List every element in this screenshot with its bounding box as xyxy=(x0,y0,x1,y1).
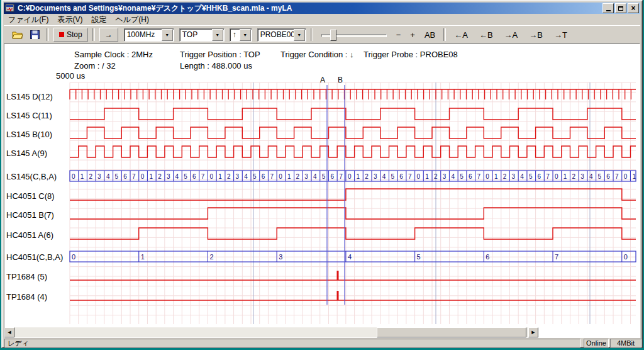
menu-item-3[interactable]: ヘルプ(H) xyxy=(111,13,153,26)
trigger-probe-value: PROBE00 xyxy=(258,30,294,39)
chevron-down-icon[interactable]: ▼ xyxy=(212,29,223,41)
app-window: C:¥Documents and Settings¥noname¥デスクトップ¥… xyxy=(1,0,643,348)
toolbar-separator xyxy=(443,28,446,41)
horizontal-scrollbar[interactable]: ◀ ▶ xyxy=(4,327,538,337)
maximize-button[interactable] xyxy=(615,3,626,13)
minimize-button[interactable] xyxy=(602,3,614,13)
time-scale-label: 5000 us xyxy=(56,71,85,81)
zoom-text: Zoom : / 32 xyxy=(74,61,116,71)
toolbar-separator xyxy=(92,28,95,41)
menu-item-0[interactable]: ファイル(F) xyxy=(4,13,53,26)
status-memory-badge: 4MBit xyxy=(610,339,641,347)
window-title: C:¥Documents and Settings¥noname¥デスクトップ¥… xyxy=(18,3,602,14)
jump-button-3[interactable]: →B xyxy=(525,28,547,42)
trigger-condition-text: Trigger Condition : ↓ xyxy=(280,50,354,59)
chevron-down-icon[interactable]: ▼ xyxy=(240,29,251,41)
stop-label: Stop xyxy=(67,30,82,39)
channel-label-ls145-d: LS145 D(12) xyxy=(6,92,53,101)
channel-label-tp1684-4: TP1684 (4) xyxy=(6,292,47,302)
sample-clock-select[interactable]: 100MHz ▼ xyxy=(124,28,174,42)
trigger-position-text: Trigger Position : TOP xyxy=(180,50,260,59)
channel-label-hc4051-c: HC4051 C(8) xyxy=(6,191,55,201)
close-button[interactable]: × xyxy=(628,3,639,13)
sample-clock-text: Sample Clock : 2MHz xyxy=(74,50,153,59)
trigger-edge-value: ↑ xyxy=(230,30,240,39)
app-icon xyxy=(5,4,15,13)
toolbar-separator xyxy=(311,28,313,41)
trigger-probe-select[interactable]: PROBE00 ▼ xyxy=(257,28,306,42)
scroll-thumb[interactable] xyxy=(377,327,526,337)
trigger-position-select[interactable]: TOP ▼ xyxy=(179,28,225,42)
slider-thumb[interactable] xyxy=(330,30,336,41)
save-button[interactable] xyxy=(27,28,42,42)
channel-label-tp1684-5: TP1684 (5) xyxy=(6,272,47,281)
toolbar: Stop → 100MHz ▼ TOP ▼ ↑ ▼ PROBE00 ▼ − + … xyxy=(4,25,640,43)
length-text: Length : 488.000 us xyxy=(180,61,252,71)
chevron-down-icon[interactable]: ▼ xyxy=(294,29,305,41)
status-bar: レディ Online 4MBit xyxy=(4,339,640,348)
waveform-panel xyxy=(4,43,640,338)
scroll-left-button[interactable]: ◀ xyxy=(4,327,14,337)
channel-label-hc4051-bus: HC4051(C,B,A) xyxy=(6,252,63,262)
window-controls: × xyxy=(602,3,639,13)
menu-bar: ファイル(F)表示(V)設定ヘルプ(H) xyxy=(4,14,640,25)
channel-label-hc4051-a: HC4051 A(6) xyxy=(6,230,53,240)
chevron-down-icon[interactable]: ▼ xyxy=(162,29,173,41)
channel-label-ls145-c: LS145 C(11) xyxy=(6,111,52,120)
menu-item-2[interactable]: 設定 xyxy=(87,13,111,26)
toolbar-separator xyxy=(47,28,49,41)
scroll-right-button[interactable]: ▶ xyxy=(528,327,538,337)
zoom-slider[interactable] xyxy=(321,28,387,42)
jump-buttons: ←A←B→A→B→T xyxy=(450,28,571,42)
stop-button[interactable]: Stop xyxy=(53,28,88,42)
channel-label-ls145-a: LS145 A(9) xyxy=(6,149,47,158)
maximize-icon xyxy=(618,6,623,11)
menu-item-1[interactable]: 表示(V) xyxy=(53,13,87,26)
sample-clock-value: 100MHz xyxy=(125,30,162,39)
stop-icon xyxy=(59,32,64,37)
channel-label-ls145-bus: LS145(C,B,A) xyxy=(6,172,57,181)
open-button[interactable] xyxy=(10,28,25,42)
open-folder-icon xyxy=(12,30,23,39)
status-ready-text: レディ xyxy=(4,339,580,347)
channel-label-ls145-b: LS145 B(10) xyxy=(6,130,52,139)
jump-button-4[interactable]: →T xyxy=(550,28,571,42)
save-floppy-icon xyxy=(30,30,40,39)
jump-button-1[interactable]: ←B xyxy=(475,28,497,42)
jump-button-2[interactable]: →A xyxy=(501,28,522,42)
trigger-probe-text: Trigger Probe : PROBE08 xyxy=(364,50,458,59)
zoom-in-button[interactable]: + xyxy=(406,28,419,42)
trigger-edge-select[interactable]: ↑ ▼ xyxy=(230,28,252,42)
minimize-icon xyxy=(606,10,611,11)
jump-button-0[interactable]: ←A xyxy=(450,28,472,42)
run-button[interactable]: → xyxy=(99,28,118,42)
channel-label-hc4051-b: HC4051 B(7) xyxy=(6,210,54,220)
zoom-out-button[interactable]: − xyxy=(392,28,405,42)
title-bar[interactable]: C:¥Documents and Settings¥noname¥デスクトップ¥… xyxy=(4,3,640,14)
status-online-badge: Online xyxy=(584,339,609,347)
run-arrow-icon: → xyxy=(105,30,113,39)
trigger-position-value: TOP xyxy=(180,30,212,39)
close-icon: × xyxy=(631,4,635,12)
ab-cursor-button[interactable]: AB xyxy=(421,28,439,42)
